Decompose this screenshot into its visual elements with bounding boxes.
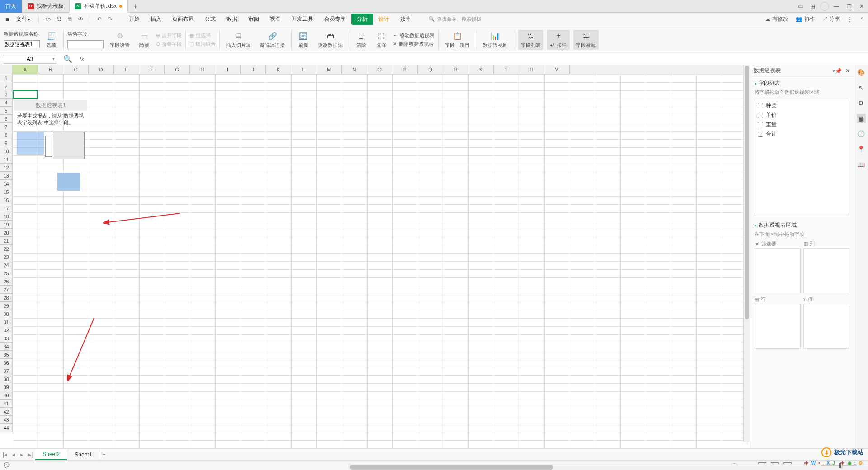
field-list-button[interactable]: 🗂字段列表: [518, 30, 543, 50]
row-header[interactable]: 40: [0, 391, 13, 400]
col-header[interactable]: J: [241, 65, 266, 74]
field-item[interactable]: 单价: [757, 110, 847, 120]
area-row[interactable]: ▤ 行: [755, 296, 801, 349]
row-header[interactable]: 9: [0, 139, 13, 147]
row-header[interactable]: 19: [0, 221, 13, 229]
field-list[interactable]: 种类 单价 重量 合计: [755, 99, 849, 216]
col-header[interactable]: N: [342, 65, 367, 74]
command-search[interactable]: 查找命令、搜索模板: [425, 14, 485, 24]
user-avatar-icon[interactable]: [820, 2, 829, 11]
row-header[interactable]: 25: [0, 269, 13, 277]
col-header[interactable]: Q: [418, 65, 443, 74]
field-item[interactable]: 合计: [757, 129, 847, 139]
sheet-tab-active[interactable]: Sheet2: [35, 449, 67, 460]
grid-icon[interactable]: ⊞: [807, 1, 818, 12]
tab-insert[interactable]: 插入: [145, 14, 167, 25]
col-header[interactable]: U: [519, 65, 544, 74]
pin-icon[interactable]: 📌: [835, 68, 842, 74]
cell-grid[interactable]: 数据透视表1 若要生成报表，请从“数据透视表字段列表”中选择字段。: [13, 74, 750, 448]
name-box[interactable]: A3: [3, 55, 57, 64]
tab-analyze[interactable]: 分析: [351, 14, 373, 25]
tab-layout[interactable]: 页面布局: [167, 14, 199, 25]
change-source-button[interactable]: 🗃更改数据源: [315, 30, 345, 50]
select-button[interactable]: ⬚选择: [373, 30, 389, 50]
col-header-a[interactable]: A: [13, 65, 38, 74]
tab-efficiency[interactable]: 效率: [395, 14, 416, 25]
row-header[interactable]: 30: [0, 310, 13, 318]
active-field-input[interactable]: [67, 40, 104, 48]
side-palette-icon[interactable]: 🎨: [857, 68, 866, 77]
area-filter[interactable]: ▼ 筛选器: [755, 240, 801, 293]
collapse-field-button[interactable]: ⊖ 折叠字段: [156, 41, 182, 47]
undo-icon[interactable]: ↶: [94, 15, 104, 24]
col-header[interactable]: R: [443, 65, 468, 74]
field-checkbox[interactable]: [758, 132, 763, 137]
formula-input[interactable]: [88, 55, 868, 64]
field-checkbox[interactable]: [758, 103, 763, 108]
print-icon[interactable]: 🖶: [65, 15, 74, 24]
hamburger-icon[interactable]: ≡: [4, 16, 11, 23]
tab-review[interactable]: 审阅: [243, 14, 264, 25]
redo-icon[interactable]: ↷: [105, 15, 114, 24]
close-button[interactable]: ✕: [856, 1, 867, 12]
col-header[interactable]: I: [215, 65, 241, 74]
side-select-icon[interactable]: ↖: [857, 83, 866, 92]
pm-buttons-button[interactable]: ±+/- 按钮: [547, 30, 570, 50]
file-menu[interactable]: 文件▾: [13, 14, 34, 24]
row-header[interactable]: 39: [0, 383, 13, 391]
hide-button[interactable]: ▭隐藏: [136, 30, 152, 50]
clear-button[interactable]: 🗑清除: [353, 30, 369, 50]
row-header[interactable]: 4: [0, 99, 13, 107]
insert-slicer-button[interactable]: ▤插入切片器: [223, 30, 254, 50]
col-header[interactable]: E: [114, 65, 139, 74]
cloud-status[interactable]: ☁ 有修改: [765, 15, 788, 23]
field-headers-button[interactable]: 🏷字段标题: [573, 30, 599, 50]
vertical-scrollbar[interactable]: [743, 65, 750, 442]
row-header[interactable]: 42: [0, 408, 13, 416]
sheet-nav-prev[interactable]: ◂: [9, 451, 18, 458]
row-header[interactable]: 7: [0, 123, 13, 131]
maximize-button[interactable]: ❐: [844, 1, 854, 12]
cooperate-button[interactable]: 👥 协作: [796, 15, 815, 23]
sheet-nav-first[interactable]: |◂: [0, 451, 9, 458]
ungroup-button[interactable]: ▢ 取消组合: [189, 41, 216, 47]
col-header[interactable]: O: [367, 65, 392, 74]
row-header[interactable]: 3: [0, 90, 13, 99]
col-header[interactable]: V: [544, 65, 570, 74]
row-header[interactable]: 2: [0, 82, 13, 90]
row-header[interactable]: 5: [0, 107, 13, 115]
options-button[interactable]: 🧾选项: [43, 30, 60, 50]
row-header[interactable]: 29: [0, 302, 13, 310]
field-item[interactable]: 重量: [757, 120, 847, 129]
sheet-tab[interactable]: Sheet1: [67, 450, 99, 460]
search-icon[interactable]: 🔍: [63, 55, 72, 63]
more-icon[interactable]: ⋮: [847, 16, 853, 23]
add-sheet-button[interactable]: +: [99, 451, 108, 458]
tab-start[interactable]: 开始: [123, 14, 145, 25]
row-header[interactable]: 12: [0, 164, 13, 172]
fx-icon[interactable]: fx: [80, 56, 84, 62]
side-pivot-icon[interactable]: ▦: [857, 114, 866, 123]
row-header[interactable]: 1: [0, 74, 13, 82]
row-header[interactable]: 44: [0, 424, 13, 432]
selected-cell[interactable]: [13, 90, 38, 99]
side-settings-icon[interactable]: ⚙: [857, 99, 866, 108]
row-header[interactable]: 15: [0, 188, 13, 196]
group-select-button[interactable]: ▦ 组选择: [189, 32, 216, 39]
row-header[interactable]: 10: [0, 147, 13, 155]
tab-view[interactable]: 视图: [264, 14, 286, 25]
col-header[interactable]: S: [468, 65, 494, 74]
row-header[interactable]: 26: [0, 277, 13, 286]
row-header[interactable]: 6: [0, 115, 13, 123]
print-preview-icon[interactable]: 👁: [76, 15, 85, 24]
side-location-icon[interactable]: 📍: [857, 145, 866, 154]
col-header[interactable]: F: [139, 65, 165, 74]
filter-connect-button[interactable]: 🔗筛选器连接: [257, 30, 288, 50]
delete-pivot-button[interactable]: ✕ 删除数据透视表: [393, 41, 434, 47]
row-header[interactable]: 11: [0, 155, 13, 164]
layout-icon[interactable]: ▭: [795, 1, 806, 12]
field-checkbox[interactable]: [758, 122, 763, 127]
close-panel-icon[interactable]: ✕: [845, 68, 850, 74]
tab-home[interactable]: 首页: [0, 0, 22, 13]
col-header[interactable]: L: [291, 65, 316, 74]
